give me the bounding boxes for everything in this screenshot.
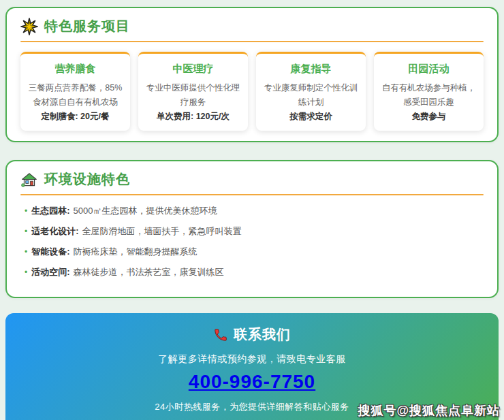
services-header: 特色服务项目 xyxy=(20,17,484,35)
contact-title: 联系我们 xyxy=(234,325,291,344)
card-price: 定制膳食: 20元/餐 xyxy=(27,111,124,123)
feature-item-smart-devices: 智能设备: 防褥疮床垫，智能翻身提醒系统 xyxy=(20,246,484,258)
environment-panel: 环境设施特色 生态园林: 5000㎡生态园林，提供优美休憩环境 适老化设计: 全… xyxy=(5,160,499,298)
feature-label: 适老化设计: xyxy=(31,225,78,238)
card-price: 单次费用: 120元/次 xyxy=(144,111,242,123)
feature-label: 生态园林: xyxy=(31,205,69,217)
card-description: 专业中医师提供个性化理疗服务 xyxy=(144,81,242,109)
environment-title: 环境设施特色 xyxy=(44,170,130,189)
house-icon xyxy=(20,171,38,189)
service-card-tcm: 中医理疗 专业中医师提供个性化理疗服务 单次费用: 120元/次 xyxy=(138,52,248,131)
watermark: 搜狐号@搜狐焦点阜新站 xyxy=(358,402,500,419)
service-card-nutrition: 营养膳食 三餐两点营养配餐，85%食材源自自有有机农场 定制膳食: 20元/餐 xyxy=(20,52,130,131)
feature-label: 活动空间: xyxy=(31,266,69,278)
feature-item-landscape: 生态园林: 5000㎡生态园林，提供优美休憩环境 xyxy=(20,205,484,217)
phone-number-link[interactable]: 400-996-7750 xyxy=(189,371,315,393)
card-description: 专业康复师制定个性化训练计划 xyxy=(262,81,360,109)
feature-text: 5000㎡生态园林，提供优美休憩环境 xyxy=(74,205,217,217)
star-burst-icon xyxy=(20,18,38,35)
feature-item-activity-space: 活动空间: 森林徒步道，书法茶艺室，康复训练区 xyxy=(20,266,484,278)
environment-header: 环境设施特色 xyxy=(20,170,484,189)
service-card-rehab: 康复指导 专业康复师制定个性化训练计划 按需求定价 xyxy=(256,52,366,131)
feature-text: 全屋防滑地面，墙面扶手，紧急呼叫装置 xyxy=(82,225,242,238)
feature-item-aging-design: 适老化设计: 全屋防滑地面，墙面扶手，紧急呼叫装置 xyxy=(20,225,484,238)
card-title: 田园活动 xyxy=(380,63,477,76)
feature-list: 生态园林: 5000㎡生态园林，提供优美休憩环境 适老化设计: 全屋防滑地面，墙… xyxy=(20,205,484,278)
feature-text: 森林徒步道，书法茶艺室，康复训练区 xyxy=(74,266,224,278)
card-title: 营养膳食 xyxy=(27,63,124,76)
contact-subtitle: 了解更多详情或预约参观，请致电专业客服 xyxy=(5,353,499,366)
feature-text: 防褥疮床垫，智能翻身提醒系统 xyxy=(74,246,198,258)
card-title: 康复指导 xyxy=(262,63,360,76)
card-price: 免费参与 xyxy=(380,111,477,123)
services-title: 特色服务项目 xyxy=(44,17,130,35)
page: 特色服务项目 营养膳食 三餐两点营养配餐，85%食材源自自有有机农场 定制膳食:… xyxy=(0,0,504,420)
service-cards: 营养膳食 三餐两点营养配餐，85%食材源自自有有机农场 定制膳食: 20元/餐 … xyxy=(20,52,484,131)
services-panel: 特色服务项目 营养膳食 三餐两点营养配餐，85%食材源自自有有机农场 定制膳食:… xyxy=(5,7,499,142)
orange-divider xyxy=(20,41,484,42)
phone-icon xyxy=(213,327,228,342)
feature-label: 智能设备: xyxy=(31,246,69,258)
service-card-garden: 田园活动 自有有机农场参与种植，感受田园乐趣 免费参与 xyxy=(374,52,484,131)
card-description: 三餐两点营养配餐，85%食材源自自有有机农场 xyxy=(27,81,124,109)
contact-header: 联系我们 xyxy=(213,325,291,344)
card-description: 自有有机农场参与种植，感受田园乐趣 xyxy=(380,81,477,109)
card-title: 中医理疗 xyxy=(144,63,242,76)
orange-divider xyxy=(20,194,484,195)
card-price: 按需求定价 xyxy=(262,111,360,123)
